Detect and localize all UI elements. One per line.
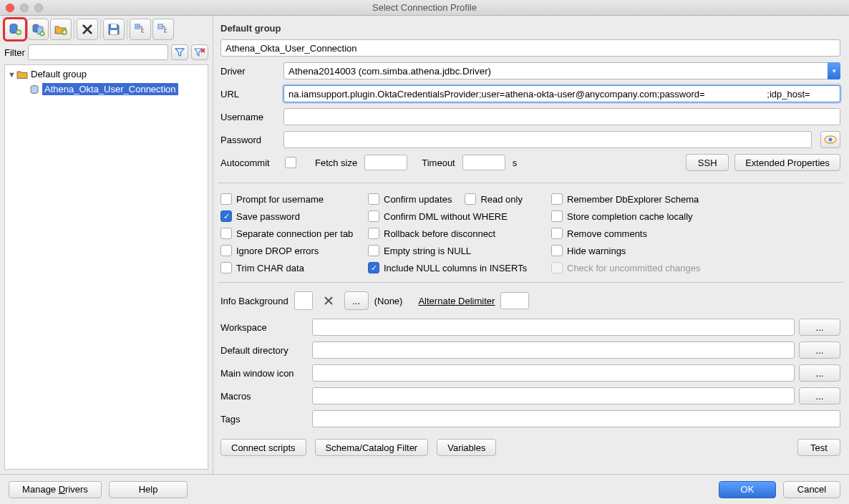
chevron-updown-icon: ▾ xyxy=(828,62,840,79)
confirm-dml-label: Confirm DML without WHERE xyxy=(384,211,508,222)
hide-warnings-checkbox[interactable] xyxy=(551,245,563,256)
clear-color-button[interactable] xyxy=(319,291,339,310)
alt-delimiter-label: Alternate Delimiter xyxy=(418,296,495,306)
manage-drivers-button[interactable]: Manage Drivers xyxy=(9,481,102,498)
cancel-button[interactable]: Cancel xyxy=(783,481,840,498)
ok-button[interactable]: OK xyxy=(719,481,776,498)
rollback-label: Rollback before disconnect xyxy=(384,228,495,239)
connect-scripts-button[interactable]: Connect scripts xyxy=(220,439,306,456)
clear-filter-button[interactable] xyxy=(191,44,208,60)
store-cache-checkbox[interactable] xyxy=(551,210,563,222)
filter-row: Filter xyxy=(0,43,213,64)
confirm-dml-checkbox[interactable] xyxy=(368,210,379,222)
footer: Manage Drivers Help OK Cancel xyxy=(0,474,849,504)
separate-conn-checkbox[interactable] xyxy=(220,228,232,239)
main-icon-input[interactable] xyxy=(312,364,795,382)
timeout-input[interactable] xyxy=(462,155,505,170)
url-label: URL xyxy=(220,89,278,100)
workspace-label: Workspace xyxy=(220,322,308,333)
profile-name-input[interactable] xyxy=(220,39,840,57)
profile-tree[interactable]: ▼ Default group Athena_Okta_User_Connect… xyxy=(4,64,208,470)
timeout-label: Timeout xyxy=(422,158,455,168)
chevron-down-icon[interactable]: ▼ xyxy=(8,70,16,79)
read-only-label: Read only xyxy=(480,194,523,205)
tree-group-row[interactable]: ▼ Default group xyxy=(5,67,208,82)
ignore-drop-label: Ignore DROP errors xyxy=(236,246,319,256)
funnel-icon xyxy=(175,47,185,57)
database-new-icon xyxy=(8,22,22,37)
expand-tree-icon xyxy=(133,22,147,37)
save-password-checkbox[interactable]: ✓ xyxy=(220,210,232,222)
main-icon-browse-button[interactable]: ... xyxy=(799,364,840,382)
empty-null-label: Empty string is NULL xyxy=(384,246,471,256)
x-icon xyxy=(323,295,334,306)
remove-comments-checkbox[interactable] xyxy=(551,228,563,239)
info-background-label: Info Background xyxy=(220,296,288,306)
url-input[interactable] xyxy=(283,85,840,102)
empty-null-checkbox[interactable] xyxy=(368,245,379,256)
workspace-input[interactable] xyxy=(312,319,795,336)
copy-profile-button[interactable] xyxy=(27,19,49,40)
password-input[interactable] xyxy=(283,131,812,148)
trim-char-checkbox[interactable] xyxy=(220,262,232,273)
collapse-tree-button[interactable] xyxy=(152,19,174,40)
macros-browse-button[interactable]: ... xyxy=(799,387,840,404)
tree-profile-label: Athena_Okta_User_Connection xyxy=(42,83,178,95)
default-dir-input[interactable] xyxy=(312,341,795,359)
include-null-checkbox[interactable]: ✓ xyxy=(368,262,379,273)
folder-new-icon xyxy=(54,22,68,37)
maximize-window-icon[interactable] xyxy=(34,4,43,12)
default-dir-label: Default directory xyxy=(220,345,308,356)
new-folder-button[interactable] xyxy=(50,19,72,40)
store-cache-label: Store completion cache locally xyxy=(567,211,693,222)
macros-input[interactable] xyxy=(312,387,795,404)
svg-rect-6 xyxy=(111,24,117,28)
close-window-icon[interactable] xyxy=(6,4,14,12)
autocommit-label: Autocommit xyxy=(220,158,278,168)
fetch-size-input[interactable] xyxy=(364,155,407,170)
workspace-browse-button[interactable]: ... xyxy=(799,319,840,336)
info-none-text: (None) xyxy=(374,296,403,306)
fetch-size-label: Fetch size xyxy=(315,158,357,168)
driver-select-value[interactable] xyxy=(283,62,840,79)
tree-group-label: Default group xyxy=(29,69,87,79)
ssh-button[interactable]: SSH xyxy=(686,154,729,171)
alt-delimiter-input[interactable] xyxy=(500,292,529,309)
hide-warnings-label: Hide warnings xyxy=(567,246,626,256)
window-title: Select Connection Profile xyxy=(0,2,849,13)
remember-schema-checkbox[interactable] xyxy=(551,193,563,205)
delete-profile-button[interactable] xyxy=(77,19,98,40)
ignore-drop-checkbox[interactable] xyxy=(220,245,232,256)
tree-profile-row[interactable]: Athena_Okta_User_Connection xyxy=(5,82,208,97)
apply-filter-button[interactable] xyxy=(171,44,188,60)
help-button[interactable]: Help xyxy=(109,481,188,498)
confirm-updates-label: Confirm updates xyxy=(384,194,452,205)
extended-properties-button[interactable]: Extended Properties xyxy=(734,154,840,171)
remove-comments-label: Remove comments xyxy=(567,228,647,239)
info-background-row: Info Background ... (None) Alternate Del… xyxy=(218,289,843,319)
titlebar: Select Connection Profile xyxy=(0,0,849,16)
tags-input[interactable] xyxy=(312,410,840,427)
variables-button[interactable]: Variables xyxy=(437,439,496,456)
check-uncommit-checkbox xyxy=(551,262,563,273)
rollback-checkbox[interactable] xyxy=(368,228,379,239)
separate-conn-label: Separate connection per tab xyxy=(236,228,353,239)
minimize-window-icon[interactable] xyxy=(20,4,29,12)
show-password-button[interactable] xyxy=(820,131,840,148)
confirm-updates-checkbox[interactable] xyxy=(368,193,379,205)
default-dir-browse-button[interactable]: ... xyxy=(799,341,840,359)
prompt-username-checkbox[interactable] xyxy=(220,193,232,205)
info-color-swatch[interactable] xyxy=(294,291,313,310)
test-button[interactable]: Test xyxy=(797,439,840,456)
schema-filter-button[interactable]: Schema/Catalog Filter xyxy=(315,439,429,456)
save-button[interactable] xyxy=(103,19,125,40)
autocommit-checkbox[interactable] xyxy=(285,157,296,168)
driver-select[interactable]: ▾ xyxy=(283,62,840,79)
new-profile-button[interactable] xyxy=(4,19,26,40)
filter-input[interactable] xyxy=(28,44,168,60)
username-input[interactable] xyxy=(283,108,840,125)
expand-tree-button[interactable] xyxy=(130,19,151,40)
choose-color-button[interactable]: ... xyxy=(344,291,369,310)
read-only-checkbox[interactable] xyxy=(465,193,476,205)
sidebar: Filter ▼ Default group xyxy=(0,16,213,474)
